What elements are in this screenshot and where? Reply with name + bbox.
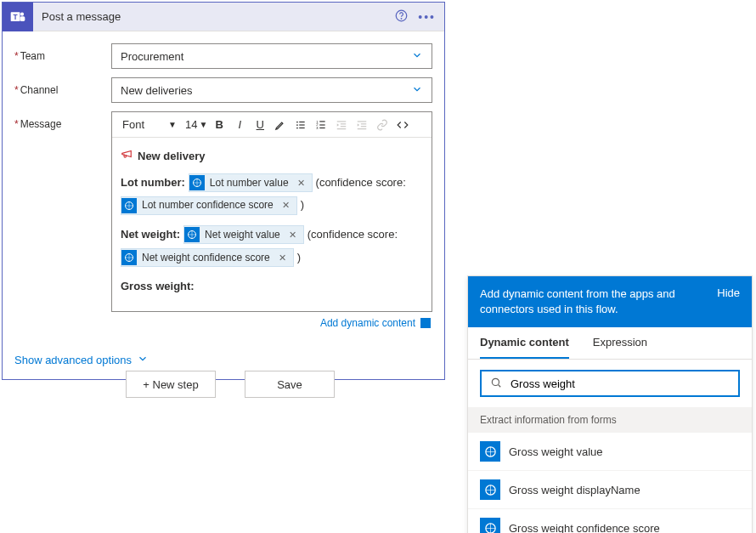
result-label: Gross weight value (509, 445, 603, 458)
token-net-conf[interactable]: Net weight confidence score ✕ (121, 248, 294, 267)
code-view-button[interactable] (394, 116, 411, 133)
editor-toolbar: Font▼ 14▼ B I U 123 (112, 112, 432, 138)
svg-rect-9 (300, 124, 305, 125)
card-header: T Post a message ••• (3, 3, 444, 31)
svg-rect-23 (361, 123, 366, 124)
hide-panel-link[interactable]: Hide (717, 286, 740, 299)
number-list-button[interactable]: 123 (313, 116, 330, 133)
teams-icon: T (3, 3, 33, 31)
channel-select[interactable]: New deliveries (111, 77, 432, 103)
confidence-close: ) (297, 247, 301, 269)
result-item[interactable]: Gross weight value (468, 433, 752, 471)
token-delete-icon[interactable]: ✕ (279, 196, 293, 214)
svg-point-10 (296, 127, 298, 128)
tab-expression[interactable]: Expression (593, 327, 647, 359)
svg-rect-24 (361, 126, 366, 127)
token-net-value[interactable]: Net weight value ✕ (183, 225, 304, 244)
svg-rect-20 (341, 126, 346, 127)
svg-rect-18 (337, 121, 347, 122)
svg-point-5 (401, 18, 402, 19)
link-button[interactable] (374, 116, 391, 133)
token-lot-conf[interactable]: Lot number confidence score ✕ (121, 196, 297, 215)
token-delete-icon[interactable]: ✕ (275, 249, 290, 267)
ai-builder-icon (189, 175, 205, 190)
gross-weight-label: Gross weight: (121, 276, 195, 298)
token-lot-value[interactable]: Lot number value ✕ (189, 173, 313, 192)
team-label: *Team (14, 43, 111, 62)
bold-button[interactable]: B (211, 116, 228, 133)
svg-rect-3 (20, 16, 25, 21)
result-item[interactable]: Gross weight displayName (468, 471, 752, 509)
ai-builder-icon (184, 227, 200, 242)
results-group-header: Extract information from forms (468, 407, 752, 433)
svg-text:3: 3 (316, 125, 319, 129)
panel-header-text: Add dynamic content from the apps and co… (480, 286, 708, 317)
add-dynamic-content-link[interactable]: Add dynamic content (320, 317, 431, 329)
more-icon[interactable]: ••• (418, 10, 436, 24)
svg-rect-15 (320, 124, 325, 125)
message-label: *Message (14, 111, 111, 130)
svg-rect-25 (358, 128, 367, 129)
svg-rect-13 (320, 121, 325, 122)
font-size-dropdown[interactable]: 14▼ (185, 118, 207, 131)
svg-point-30 (492, 378, 499, 385)
search-icon (490, 377, 502, 391)
svg-point-8 (296, 124, 298, 126)
svg-rect-11 (300, 127, 305, 128)
confidence-open: (confidence score: (316, 173, 406, 194)
net-weight-label: Net weight: (121, 224, 180, 246)
font-dropdown[interactable]: Font▼ (117, 116, 182, 134)
action-card: T Post a message ••• *Team Procurement * (2, 2, 445, 380)
svg-point-6 (296, 121, 298, 122)
svg-rect-22 (358, 121, 367, 122)
editor-heading: New delivery (138, 146, 206, 167)
team-select[interactable]: Procurement (111, 43, 432, 69)
svg-rect-17 (320, 127, 325, 128)
token-delete-icon[interactable]: ✕ (294, 174, 308, 192)
chevron-down-icon (137, 353, 149, 367)
result-item[interactable]: Gross weight confidence score (468, 509, 752, 533)
dynamic-content-icon (420, 318, 431, 328)
ai-builder-icon (480, 441, 500, 462)
ai-builder-icon (121, 198, 137, 213)
megaphone-icon (121, 146, 133, 167)
highlight-button[interactable] (272, 116, 289, 133)
svg-point-2 (20, 12, 24, 15)
panel-tabs: Dynamic content Expression (468, 327, 752, 360)
svg-rect-21 (337, 128, 347, 129)
editor-body[interactable]: New delivery Lot number: Lot number valu… (112, 138, 432, 311)
ai-builder-icon (480, 518, 500, 533)
italic-button[interactable]: I (231, 116, 248, 133)
confidence-open: (confidence score: (307, 224, 398, 246)
ai-builder-icon (480, 479, 500, 500)
svg-rect-7 (300, 121, 305, 122)
lot-number-label: Lot number: (121, 173, 185, 194)
indent-button[interactable] (353, 116, 370, 133)
form-body: *Team Procurement *Channel New deliverie… (3, 31, 444, 344)
help-icon[interactable] (395, 9, 408, 25)
result-label: Gross weight confidence score (509, 522, 660, 533)
chevron-down-icon (411, 49, 423, 64)
token-delete-icon[interactable]: ✕ (285, 226, 300, 244)
channel-label: *Channel (14, 77, 111, 96)
action-buttons: + New step Save (126, 371, 335, 398)
result-label: Gross weight displayName (509, 484, 640, 496)
rich-text-editor: Font▼ 14▼ B I U 123 (111, 111, 432, 312)
svg-text:T: T (14, 12, 18, 20)
show-advanced-options-link[interactable]: Show advanced options (14, 353, 149, 367)
channel-value: New deliveries (121, 84, 193, 97)
panel-header: Add dynamic content from the apps and co… (468, 276, 752, 327)
ai-builder-icon (121, 250, 137, 265)
search-field[interactable] (480, 370, 740, 397)
underline-button[interactable]: U (251, 116, 268, 133)
search-input[interactable] (511, 377, 730, 390)
tab-dynamic-content[interactable]: Dynamic content (480, 327, 569, 359)
save-button[interactable]: Save (245, 371, 335, 398)
team-value: Procurement (121, 50, 183, 63)
bullet-list-button[interactable] (292, 116, 309, 133)
dynamic-content-panel: Add dynamic content from the apps and co… (467, 275, 753, 533)
confidence-close: ) (301, 195, 304, 216)
outdent-button[interactable] (333, 116, 350, 133)
new-step-button[interactable]: + New step (126, 371, 216, 398)
chevron-down-icon (411, 83, 423, 98)
